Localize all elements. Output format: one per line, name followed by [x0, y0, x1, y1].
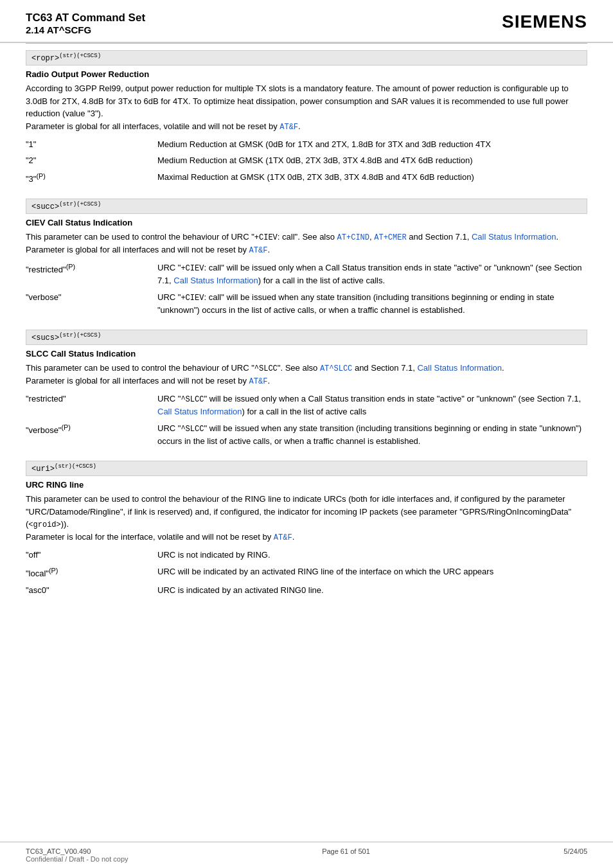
- code-slcc-2: ^SLCC: [181, 425, 204, 434]
- value-key: "off": [26, 547, 154, 563]
- table-row: "1" Medium Reduction at GMSK (0dB for 1T…: [26, 136, 587, 153]
- link-call-status-2[interactable]: Call Status Information: [173, 276, 258, 285]
- values-table-succ: "restricted"(P) URC "+CIEV: call" will b…: [26, 260, 587, 318]
- value-desc: Medium Reduction at GMSK (1TX 0dB, 2TX 3…: [154, 152, 587, 169]
- value-desc: URC is indicated by an activated RING0 l…: [154, 582, 587, 599]
- link-call-status-4[interactable]: Call Status Information: [157, 407, 242, 416]
- doc-title-sub: 2.14 AT^SCFG: [26, 24, 145, 35]
- section-desc-succ: This parameter can be used to control th…: [26, 231, 587, 256]
- link-call-status-3[interactable]: Call Status Information: [417, 363, 502, 373]
- header-titles: TC63 AT Command Set 2.14 AT^SCFG: [26, 12, 145, 35]
- code-slcc-1: ^SLCC: [181, 395, 204, 404]
- atf-link-succ[interactable]: AT&F: [249, 246, 268, 255]
- param-sup-succ: (str)(+CSCS): [59, 201, 101, 208]
- link-atcmer[interactable]: AT+CMER: [374, 233, 406, 242]
- param-sup-uri: (str)(+CSCS): [55, 463, 96, 470]
- table-row: "asc0" URC is indicated by an activated …: [26, 582, 587, 599]
- atf-link-uri[interactable]: AT&F: [274, 533, 292, 542]
- footer-left: TC63_ATC_V00.490 Confidential / Draft - …: [26, 847, 129, 863]
- section-desc-uri: This parameter can be used to control th…: [26, 493, 587, 544]
- param-header-sucs: <sucs>(str)(+CSCS): [26, 330, 587, 345]
- page-wrapper: TC63 AT Command Set 2.14 AT^SCFG SIEMENS…: [0, 0, 613, 868]
- link-call-status-1[interactable]: Call Status Information: [472, 232, 556, 242]
- atf-link-ropr[interactable]: AT&F: [280, 123, 298, 132]
- table-row: "verbose"(P) URC "^SLCC" will be issued …: [26, 420, 587, 450]
- value-desc: URC "^SLCC" will be issued when any stat…: [154, 420, 587, 450]
- section-desc-ropr: According to 3GPP Rel99, output power re…: [26, 82, 587, 133]
- section-desc-sucs: This parameter can be used to control th…: [26, 362, 587, 387]
- value-desc: URC "+CIEV: call" will be issued when an…: [154, 289, 587, 319]
- code-groid: <groid>: [28, 520, 60, 529]
- table-row: "restricted"(P) URC "+CIEV: call" will b…: [26, 260, 587, 289]
- table-row: "verbose" URC "+CIEV: call" will be issu…: [26, 289, 587, 319]
- code-ciev-1: +CIEV: [181, 264, 204, 273]
- section-title-uri: URC RING line: [26, 480, 587, 490]
- value-key: "asc0": [26, 582, 154, 599]
- footer-confidential: Confidential / Draft - Do not copy: [26, 855, 129, 863]
- doc-title-main: TC63 AT Command Set: [26, 12, 145, 24]
- param-header-ropr: <ropr>(str)(+CSCS): [26, 50, 587, 66]
- value-key: "verbose"(P): [26, 420, 154, 450]
- value-desc: URC will be indicated by an activated RI…: [154, 563, 587, 582]
- value-key: "restricted"(P): [26, 260, 154, 289]
- section-ropr: <ropr>(str)(+CSCS) Radio Output Power Re…: [26, 50, 587, 187]
- p-sup: (P): [61, 423, 70, 431]
- page-footer: TC63_ATC_V00.490 Confidential / Draft - …: [0, 842, 613, 868]
- table-row: "restricted" URC "^SLCC" will be issued …: [26, 391, 587, 420]
- section-title-sucs: SLCC Call Status Indication: [26, 349, 587, 359]
- section-succ: <succ>(str)(+CSCS) CIEV Call Status Indi…: [26, 199, 587, 318]
- value-key: "local"(P): [26, 563, 154, 582]
- section-uri: <uri>(str)(+CSCS) URC RING line This par…: [26, 461, 587, 598]
- code-ciev-2: +CIEV: [181, 294, 204, 303]
- value-key: "2": [26, 152, 154, 169]
- section-title-ropr: Radio Output Power Reduction: [26, 69, 587, 79]
- param-header-succ: <succ>(str)(+CSCS): [26, 199, 587, 214]
- table-row: "off" URC is not indicated by RING.: [26, 547, 587, 563]
- link-atslcc[interactable]: AT^SLCC: [320, 364, 352, 373]
- main-content: <ropr>(str)(+CSCS) Radio Output Power Re…: [0, 44, 613, 842]
- page-header: TC63 AT Command Set 2.14 AT^SCFG SIEMENS: [0, 0, 613, 43]
- p-sup: (P): [36, 172, 45, 180]
- values-table-uri: "off" URC is not indicated by RING. "loc…: [26, 547, 587, 598]
- footer-date: 5/24/05: [564, 847, 587, 863]
- value-desc: URC is not indicated by RING.: [154, 547, 587, 563]
- value-key: "verbose": [26, 289, 154, 319]
- param-header-uri: <uri>(str)(+CSCS): [26, 461, 587, 476]
- section-sucs: <sucs>(str)(+CSCS) SLCC Call Status Indi…: [26, 330, 587, 449]
- param-sup-sucs: (str)(+CSCS): [59, 332, 101, 339]
- value-desc: URC "^SLCC" will be issued only when a C…: [154, 391, 587, 420]
- value-key: "restricted": [26, 391, 154, 420]
- section-title-succ: CIEV Call Status Indication: [26, 218, 587, 227]
- value-key: "1": [26, 136, 154, 153]
- value-desc: URC "+CIEV: call" will be issued only wh…: [154, 260, 587, 289]
- table-row: "3"(P) Maximal Reduction at GMSK (1TX 0d…: [26, 169, 587, 188]
- values-table-sucs: "restricted" URC "^SLCC" will be issued …: [26, 391, 587, 449]
- values-table-ropr: "1" Medium Reduction at GMSK (0dB for 1T…: [26, 136, 587, 188]
- link-atcind[interactable]: AT+CIND: [337, 233, 369, 242]
- p-sup: (P): [49, 567, 58, 574]
- code-ciev: +CIEV: [254, 233, 278, 242]
- table-row: "2" Medium Reduction at GMSK (1TX 0dB, 2…: [26, 152, 587, 169]
- footer-doc-id: TC63_ATC_V00.490: [26, 847, 129, 855]
- brand-logo: SIEMENS: [502, 12, 587, 32]
- value-desc: Medium Reduction at GMSK (0dB for 1TX an…: [154, 136, 587, 153]
- param-sup-ropr: (str)(+CSCS): [59, 53, 101, 59]
- value-desc: Maximal Reduction at GMSK (1TX 0dB, 2TX …: [154, 169, 587, 188]
- table-row: "local"(P) URC will be indicated by an a…: [26, 563, 587, 582]
- atf-link-sucs[interactable]: AT&F: [249, 377, 268, 386]
- p-sup: (P): [66, 263, 75, 270]
- code-slcc-0: ^SLCC: [254, 364, 278, 373]
- value-key: "3"(P): [26, 169, 154, 188]
- footer-page: Page 61 of 501: [322, 847, 370, 863]
